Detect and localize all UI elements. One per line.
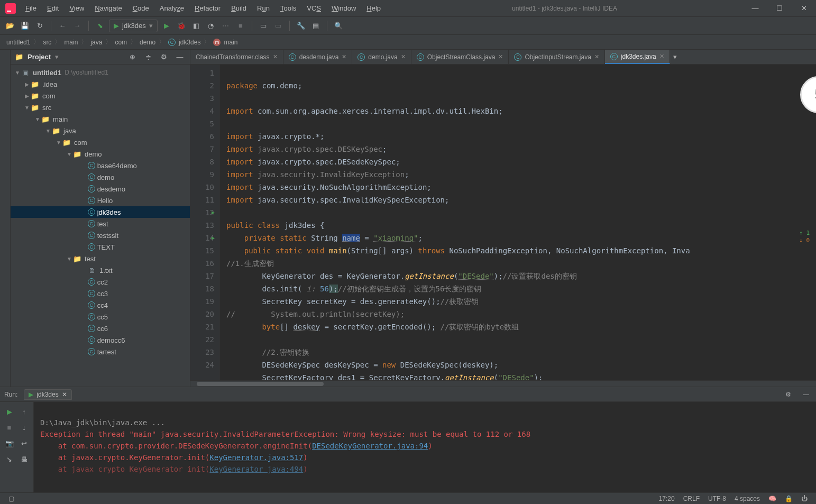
hide-icon[interactable]: —	[174, 51, 186, 63]
search-icon[interactable]: 🔍	[333, 20, 344, 32]
bc-root[interactable]: untitled1	[6, 39, 30, 46]
menu-help[interactable]: Help	[361, 2, 386, 14]
console-output[interactable]: D:\Java_jdk\bin\java.exe ... Exception i…	[34, 402, 816, 492]
tree-test-pkg[interactable]: ▼📁test	[11, 253, 190, 264]
tree-file-hello[interactable]: C Hello	[11, 195, 190, 206]
tree-file-cc2[interactable]: C cc2	[11, 276, 190, 288]
tree-java[interactable]: ▼📁java	[11, 125, 190, 136]
sync-icon[interactable]: ↻	[34, 20, 45, 32]
tree-file-testssit[interactable]: C testssit	[11, 230, 190, 241]
run-line-icon[interactable]: ▶	[212, 206, 215, 219]
back-icon[interactable]: ←	[57, 20, 68, 32]
menu-view[interactable]: View	[64, 2, 89, 14]
bc-method[interactable]: main	[224, 39, 237, 46]
tree-demo-pkg[interactable]: ▼📁demo	[11, 148, 190, 160]
stack-link[interactable]: KeyGenerator.java:517	[209, 453, 303, 462]
bc-class[interactable]: jdk3des	[179, 39, 200, 46]
structure-icon[interactable]: ▤	[310, 20, 322, 32]
tree-file-test[interactable]: C test	[11, 218, 190, 230]
tab-desdemo[interactable]: Cdesdemo.java✕	[283, 50, 353, 64]
close-icon[interactable]: ✕	[659, 53, 664, 60]
down-icon[interactable]: ↓	[19, 422, 30, 433]
bc-java[interactable]: java	[90, 39, 102, 46]
menu-analyze[interactable]: Analyze	[154, 2, 189, 14]
menu-window[interactable]: Window	[326, 2, 361, 14]
exit-icon[interactable]: ↘	[4, 454, 15, 464]
close-icon[interactable]: ✕	[498, 53, 503, 60]
forward-icon[interactable]: →	[71, 20, 83, 32]
bc-demo[interactable]: demo	[140, 39, 155, 46]
menu-vcs[interactable]: VCS	[301, 2, 326, 14]
run-line-icon[interactable]: ▶	[212, 232, 215, 244]
profile-icon[interactable]: ◔	[205, 20, 217, 32]
lock-icon[interactable]: 🔒	[781, 495, 797, 502]
tabs-more-icon[interactable]: ▾	[670, 50, 681, 64]
menu-navigate[interactable]: Navigate	[89, 2, 127, 14]
open-icon[interactable]: 📂	[4, 20, 16, 32]
tool-window-icon[interactable]: ▢	[4, 495, 19, 502]
close-icon[interactable]: ✕	[62, 391, 67, 398]
hide-icon[interactable]: —	[800, 389, 812, 400]
status-encoding[interactable]: UTF-8	[704, 495, 730, 502]
tab-ois[interactable]: CObjectInputStream.java✕	[509, 50, 604, 64]
wrench-icon[interactable]: 🔧	[295, 20, 307, 32]
status-eol[interactable]: CRLF	[679, 495, 704, 502]
bc-com[interactable]: com	[115, 39, 127, 46]
memory-icon[interactable]: 🧠	[764, 495, 781, 502]
print-icon[interactable]: 🖶	[19, 454, 30, 464]
close-icon[interactable]: ✕	[594, 53, 599, 60]
menu-refactor[interactable]: Refactor	[189, 2, 226, 14]
tree-file-base64demo[interactable]: C base64demo	[11, 160, 190, 171]
tree-file-cc4[interactable]: C cc4	[11, 299, 190, 311]
tree-idea[interactable]: ▶📁.idea	[11, 78, 190, 90]
run-tab[interactable]: ▶jdk3des✕	[24, 389, 71, 400]
attach-icon[interactable]: ⋯	[220, 20, 232, 32]
save-all-icon[interactable]: 💾	[19, 20, 31, 32]
tree-src[interactable]: ▼📁src	[11, 102, 190, 113]
up-icon[interactable]: ↑	[19, 406, 30, 417]
tab-jdk3des[interactable]: Cjdk3des.java✕	[605, 50, 670, 64]
tree-file-cc5[interactable]: C cc5	[11, 311, 190, 323]
tree-file-desdemo[interactable]: C desdemo	[11, 183, 190, 195]
sidebar-rail[interactable]	[0, 50, 11, 387]
tree-com-pkg[interactable]: ▼📁com	[11, 136, 190, 148]
stack-link[interactable]: DESedeKeyGenerator.java:94	[312, 442, 428, 450]
menu-edit[interactable]: Edit	[42, 2, 64, 14]
tree-root[interactable]: ▼▣untitled1D:\yos\untitled1	[11, 67, 190, 78]
window-maximize[interactable]: ☐	[767, 0, 792, 17]
horizontal-scrollbar[interactable]	[190, 380, 816, 387]
tree-file-cc6[interactable]: C cc6	[11, 323, 190, 334]
close-icon[interactable]: ✕	[273, 53, 278, 60]
tree-main[interactable]: ▼📁main	[11, 113, 190, 125]
menu-run[interactable]: Run	[252, 2, 275, 14]
coverage-icon[interactable]: ◧	[190, 20, 202, 32]
locate-icon[interactable]: ⊕	[126, 51, 138, 63]
run-icon[interactable]: ▶	[161, 20, 172, 32]
menu-build[interactable]: Build	[226, 2, 252, 14]
code-text[interactable]: package com.demo; import com.sun.org.apa…	[220, 65, 816, 380]
bc-main[interactable]: main	[64, 39, 78, 46]
close-icon[interactable]: ✕	[401, 53, 406, 60]
tree-file-demo[interactable]: C demo	[11, 171, 190, 183]
tree-file-tartest[interactable]: C tartest	[11, 346, 190, 358]
camera-icon[interactable]: 📷	[4, 438, 15, 448]
tree-file-text[interactable]: C TEXT	[11, 241, 190, 253]
build-icon[interactable]: ⬊	[94, 20, 106, 32]
run-config-combo[interactable]: ▶ jdk3des ▾	[109, 20, 158, 32]
tree-file-democc6[interactable]: C democc6	[11, 334, 190, 346]
stop-icon[interactable]: ■	[4, 422, 15, 433]
tab-demo[interactable]: Cdemo.java✕	[352, 50, 411, 64]
window-close[interactable]: ✕	[792, 0, 816, 17]
tree-file-1txt[interactable]: 🗎1.txt	[11, 264, 190, 276]
tab-osc[interactable]: CObjectStreamClass.java✕	[411, 50, 509, 64]
debug-icon[interactable]: 🐞	[176, 20, 187, 32]
avd-icon[interactable]: ▭	[258, 20, 269, 32]
status-indent[interactable]: 4 spaces	[730, 495, 764, 502]
menu-code[interactable]: Code	[127, 2, 154, 14]
stack-link[interactable]: KeyGenerator java:494	[209, 465, 303, 473]
gear-icon[interactable]: ⚙	[782, 389, 794, 400]
rerun-icon[interactable]: ▶	[4, 406, 15, 417]
tree-com-top[interactable]: ▶📁com	[11, 90, 190, 102]
tree-file-cc3[interactable]: C cc3	[11, 288, 190, 299]
window-minimize[interactable]: ―	[743, 0, 767, 17]
